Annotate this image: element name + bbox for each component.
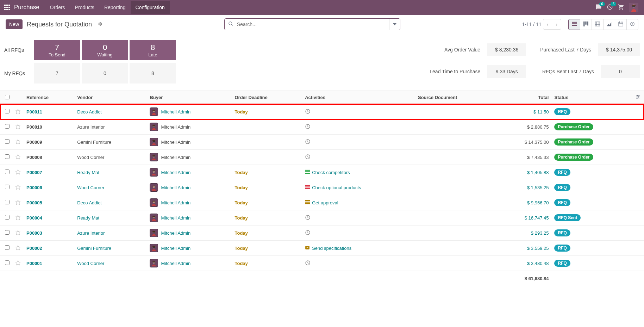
reference-link[interactable]: P00004: [26, 215, 42, 221]
col-activities[interactable]: Activities: [302, 91, 415, 104]
table-row[interactable]: P00006 Wood Corner Mitchell Admin Today …: [0, 180, 644, 195]
star-icon[interactable]: [12, 210, 24, 226]
vendor-link[interactable]: Wood Corner: [77, 185, 104, 190]
dash-card-late[interactable]: 8Late: [130, 40, 176, 60]
row-checkbox[interactable]: [5, 200, 10, 204]
buyer-link[interactable]: Mitchell Admin: [161, 124, 190, 130]
buyer-link[interactable]: Mitchell Admin: [161, 200, 190, 205]
search-input[interactable]: [237, 21, 389, 27]
all-rfqs-label[interactable]: All RFQs: [4, 47, 30, 53]
new-button[interactable]: New: [6, 19, 23, 29]
table-row[interactable]: P00008 Wood Corner Mitchell Admin $ 7,43…: [0, 150, 644, 165]
col-source[interactable]: Source Document: [415, 91, 497, 104]
star-icon[interactable]: [12, 119, 24, 135]
pager-next[interactable]: ›: [552, 19, 561, 29]
col-reference[interactable]: Reference: [24, 91, 74, 104]
vendor-link[interactable]: Gemini Furniture: [77, 246, 111, 251]
star-icon[interactable]: [12, 195, 24, 210]
dash-my-card-1[interactable]: 0: [82, 63, 128, 84]
star-icon[interactable]: [12, 150, 24, 165]
activity-item[interactable]: Check competitors: [305, 169, 412, 175]
col-buyer[interactable]: Buyer: [147, 91, 232, 104]
reference-link[interactable]: P00002: [26, 246, 42, 251]
view-activity[interactable]: [626, 19, 638, 30]
star-icon[interactable]: [12, 180, 24, 195]
star-icon[interactable]: [12, 165, 24, 180]
dash-card-to-send[interactable]: 7To Send: [34, 40, 80, 60]
my-rfqs-label[interactable]: My RFQs: [4, 70, 30, 76]
row-checkbox[interactable]: [5, 124, 10, 129]
reference-link[interactable]: P00003: [26, 230, 42, 236]
clock-icon[interactable]: [305, 231, 311, 236]
clock-icon[interactable]: [305, 125, 311, 130]
select-all-checkbox[interactable]: [5, 95, 10, 99]
nav-products[interactable]: Products: [70, 1, 99, 14]
buyer-link[interactable]: Mitchell Admin: [161, 185, 190, 190]
view-kanban[interactable]: [580, 19, 592, 30]
buyer-avatar[interactable]: [150, 123, 158, 131]
table-row[interactable]: P00011 Deco Addict Mitchell Admin Today …: [0, 104, 644, 119]
vendor-link[interactable]: Ready Mat: [77, 170, 99, 175]
col-total[interactable]: Total: [497, 91, 552, 104]
clock-icon[interactable]: [305, 155, 311, 161]
buyer-avatar[interactable]: [150, 214, 158, 222]
buyer-avatar[interactable]: [150, 244, 158, 252]
dash-my-card-2[interactable]: 8: [130, 63, 176, 84]
star-icon[interactable]: [12, 226, 24, 241]
row-checkbox[interactable]: [5, 139, 10, 144]
activities-icon[interactable]: 5: [607, 4, 613, 11]
nav-orders[interactable]: Orders: [45, 1, 70, 14]
pager-prev[interactable]: ‹: [543, 19, 552, 29]
cart-icon[interactable]: [618, 4, 624, 11]
table-row[interactable]: P00005 Deco Addict Mitchell Admin Today …: [0, 195, 644, 210]
clock-icon[interactable]: [305, 216, 311, 221]
user-avatar[interactable]: [629, 3, 638, 12]
buyer-link[interactable]: Mitchell Admin: [161, 109, 190, 115]
col-status[interactable]: Status: [551, 91, 633, 104]
table-row[interactable]: P00002 Gemini Furniture Mitchell Admin T…: [0, 241, 644, 256]
vendor-link[interactable]: Wood Corner: [77, 261, 104, 266]
row-checkbox[interactable]: [5, 185, 10, 189]
buyer-avatar[interactable]: [150, 198, 158, 207]
row-checkbox[interactable]: [5, 260, 10, 265]
buyer-avatar[interactable]: [150, 229, 158, 237]
table-row[interactable]: P00003 Azure Interior Mitchell Admin Tod…: [0, 226, 644, 241]
buyer-link[interactable]: Mitchell Admin: [161, 230, 190, 236]
view-list[interactable]: [568, 19, 580, 30]
table-row[interactable]: P00001 Wood Corner Mitchell Admin Today …: [0, 256, 644, 271]
buyer-link[interactable]: Mitchell Admin: [161, 155, 190, 160]
vendor-link[interactable]: Ready Mat: [77, 215, 99, 221]
vendor-link[interactable]: Deco Addict: [77, 109, 101, 115]
view-pivot[interactable]: [592, 19, 604, 30]
reference-link[interactable]: P00007: [26, 170, 42, 175]
buyer-avatar[interactable]: [150, 168, 158, 177]
buyer-avatar[interactable]: [150, 107, 158, 116]
row-checkbox[interactable]: [5, 245, 10, 250]
apps-icon[interactable]: [3, 3, 11, 12]
search-dropdown-toggle[interactable]: [389, 19, 400, 30]
column-settings-icon[interactable]: [633, 91, 644, 104]
clock-icon[interactable]: [305, 110, 311, 115]
row-checkbox[interactable]: [5, 230, 10, 235]
view-calendar[interactable]: [615, 19, 627, 30]
col-deadline[interactable]: Order Deadline: [232, 91, 302, 104]
clock-icon[interactable]: [305, 140, 311, 146]
buyer-avatar[interactable]: [150, 183, 158, 192]
reference-link[interactable]: P00001: [26, 261, 42, 266]
pager-text[interactable]: 1-11 / 11: [522, 21, 541, 27]
clock-icon[interactable]: [305, 261, 311, 267]
star-icon[interactable]: [12, 241, 24, 256]
table-row[interactable]: P00010 Azure Interior Mitchell Admin $ 2…: [0, 119, 644, 135]
table-row[interactable]: P00004 Ready Mat Mitchell Admin Today $ …: [0, 210, 644, 226]
star-icon[interactable]: [12, 135, 24, 150]
vendor-link[interactable]: Azure Interior: [77, 230, 105, 236]
buyer-link[interactable]: Mitchell Admin: [161, 246, 190, 251]
buyer-link[interactable]: Mitchell Admin: [161, 140, 190, 145]
row-checkbox[interactable]: [5, 154, 10, 159]
table-row[interactable]: P00007 Ready Mat Mitchell Admin Today Ch…: [0, 165, 644, 180]
dash-stat-value[interactable]: 9.33 Days: [487, 65, 526, 78]
buyer-link[interactable]: Mitchell Admin: [161, 261, 190, 266]
buyer-link[interactable]: Mitchell Admin: [161, 170, 190, 175]
buyer-avatar[interactable]: [150, 138, 158, 146]
reference-link[interactable]: P00006: [26, 185, 42, 190]
